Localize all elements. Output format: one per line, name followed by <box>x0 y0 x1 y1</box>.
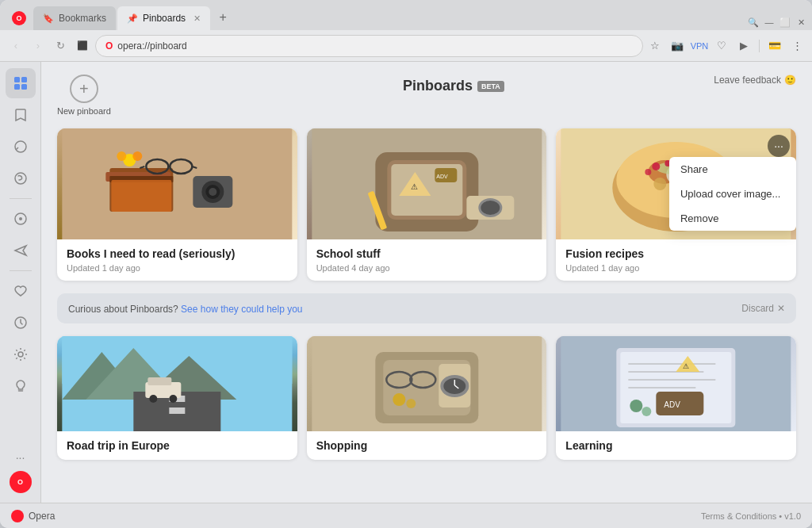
minimize-button[interactable]: — <box>764 17 774 27</box>
school-card-updated: Updated 4 day ago <box>316 263 538 273</box>
heart-toolbar-icon[interactable]: ♡ <box>713 37 730 55</box>
sidebar-item-messenger[interactable] <box>6 132 36 162</box>
svg-rect-58 <box>169 407 185 414</box>
sidebar-divider-2 <box>10 270 32 271</box>
sample-card-learning[interactable]: ⚠ ADV Learning <box>556 336 796 460</box>
footer: Opera Terms & Conditions • v1.0 <box>0 503 812 528</box>
back-button[interactable]: ‹ <box>6 36 25 55</box>
svg-text:ADV: ADV <box>436 174 448 179</box>
fusion-card-updated: Updated 1 day ago <box>565 263 787 273</box>
footer-opera-label: Opera <box>29 511 55 522</box>
svg-point-37 <box>481 201 500 215</box>
pinboards-grid: Books I need to read (seriously) Updated… <box>57 128 796 281</box>
context-menu: Share Upload cover image... Remove <box>669 157 796 231</box>
sidebar-item-heart[interactable] <box>6 276 36 306</box>
school-card-image: ⚠ ADV <box>307 128 547 239</box>
discard-button[interactable]: Discard ✕ <box>741 303 785 314</box>
pinboard-card-fusion[interactable]: ··· Share Upload cover image... Remove F… <box>556 128 796 281</box>
main-layout: ... O + New pinboard Pinboards BETA <box>0 62 812 503</box>
camera-icon[interactable]: 📷 <box>668 37 686 55</box>
sample-card-roadtrip[interactable]: Road trip in Europe <box>57 336 297 460</box>
discard-icon: ✕ <box>777 303 785 314</box>
play-icon[interactable]: ▶ <box>735 37 753 55</box>
fusion-menu-button[interactable]: ··· <box>768 135 790 157</box>
close-button[interactable]: ✕ <box>796 17 806 27</box>
sidebar-item-suggestions[interactable] <box>6 371 36 401</box>
svg-rect-3 <box>21 84 27 90</box>
new-tab-button[interactable]: + <box>212 6 234 29</box>
svg-text:ADV: ADV <box>665 400 681 409</box>
sidebar-item-vpn[interactable] <box>6 204 36 234</box>
svg-point-61 <box>149 395 157 403</box>
books-card-image <box>57 128 297 239</box>
svg-rect-10 <box>62 128 292 239</box>
sidebar: ... O <box>0 62 41 503</box>
context-menu-remove[interactable]: Remove <box>669 206 796 231</box>
discard-label: Discard <box>741 303 774 314</box>
svg-text:⚠: ⚠ <box>411 182 418 191</box>
reload-button[interactable]: ↻ <box>51 36 70 55</box>
page-title: Pinboards <box>403 78 473 94</box>
svg-rect-60 <box>147 377 171 385</box>
address-input[interactable]: O opera://pinboard <box>95 35 643 57</box>
svg-rect-1 <box>21 77 27 82</box>
more-toolbar-icon[interactable]: ⋮ <box>788 37 806 55</box>
extensions-button[interactable]: ⬛ <box>73 36 92 55</box>
context-menu-share[interactable]: Share <box>669 157 796 182</box>
fusion-card-info: Fusion recipes Updated 1 day ago <box>556 239 796 281</box>
curious-link[interactable]: See how they could help you <box>181 304 302 315</box>
footer-opera: Opera <box>11 510 55 522</box>
wallet-icon[interactable]: 💳 <box>766 37 783 55</box>
search-toolbar-icon[interactable]: 🔍 <box>749 17 758 27</box>
forward-button[interactable]: › <box>29 36 48 55</box>
roadtrip-card-info: Road trip in Europe <box>57 431 297 460</box>
svg-point-87 <box>630 400 643 412</box>
sidebar-item-send[interactable] <box>6 235 36 266</box>
leave-feedback-label: Leave feedback <box>714 75 781 86</box>
learning-card-title: Learning <box>565 439 787 452</box>
svg-point-26 <box>132 151 142 161</box>
svg-point-5 <box>15 173 26 184</box>
url-display: opera://pinboard <box>117 40 186 52</box>
smile-icon: 🙂 <box>784 75 796 86</box>
tab-pinboards[interactable]: 📌 Pinboards ✕ <box>117 6 210 30</box>
sidebar-item-whatsapp[interactable] <box>6 163 36 193</box>
svg-point-7 <box>19 217 22 220</box>
school-card-info: School stuff Updated 4 day ago <box>307 239 547 281</box>
pinboard-card-school[interactable]: ⚠ ADV <box>307 128 547 281</box>
maximize-button[interactable]: ⬜ <box>780 17 790 27</box>
opera-logo-sidebar[interactable]: O <box>10 471 32 493</box>
sidebar-item-history[interactable] <box>6 308 36 338</box>
tab-bookmarks-label: Bookmarks <box>59 13 106 24</box>
svg-point-23 <box>209 188 216 196</box>
learning-card-image: ⚠ ADV <box>556 336 796 431</box>
star-icon[interactable]: ☆ <box>646 37 664 55</box>
leave-feedback-button[interactable]: Leave feedback 🙂 <box>714 75 796 86</box>
new-pinboard-button[interactable]: + New pinboard <box>57 75 111 116</box>
sidebar-item-home[interactable] <box>6 68 36 98</box>
sidebar-item-bookmarks[interactable] <box>6 100 36 130</box>
svg-rect-14 <box>111 180 171 212</box>
sample-pinboards-grid: Road trip in Europe <box>41 336 812 460</box>
new-pinboard-circle: + <box>70 75 98 103</box>
opera-logo-tab[interactable]: O <box>12 11 26 25</box>
books-card-title: Books I need to read (seriously) <box>67 247 288 260</box>
toolbar-divider <box>759 40 760 52</box>
context-menu-upload-cover[interactable]: Upload cover image... <box>669 182 796 206</box>
sidebar-item-settings[interactable] <box>6 339 36 369</box>
books-card-updated: Updated 1 day ago <box>67 263 288 273</box>
sample-card-shopping[interactable]: Shopping <box>307 336 547 460</box>
page-title-row: Pinboards BETA <box>403 78 504 94</box>
tab-bar: O 🔖 Bookmarks 📌 Pinboards ✕ + 🔍 — ⬜ ✕ <box>0 0 812 30</box>
tab-bookmarks[interactable]: 🔖 Bookmarks <box>33 6 116 30</box>
sidebar-more-button[interactable]: ... <box>10 444 32 466</box>
shopping-card-image <box>307 336 547 431</box>
roadtrip-card-image <box>57 336 297 431</box>
curious-banner: Curious about Pinboards? See how they co… <box>57 293 796 323</box>
tab-bar-left: O 🔖 Bookmarks 📌 Pinboards ✕ + <box>6 6 747 30</box>
pinboards-section: Books I need to read (seriously) Updated… <box>41 116 812 293</box>
footer-terms: Terms & Conditions • v1.0 <box>701 511 801 521</box>
pinboard-card-books[interactable]: Books I need to read (seriously) Updated… <box>57 128 297 281</box>
svg-point-88 <box>642 407 652 416</box>
vpn-icon[interactable]: VPN <box>691 37 708 55</box>
